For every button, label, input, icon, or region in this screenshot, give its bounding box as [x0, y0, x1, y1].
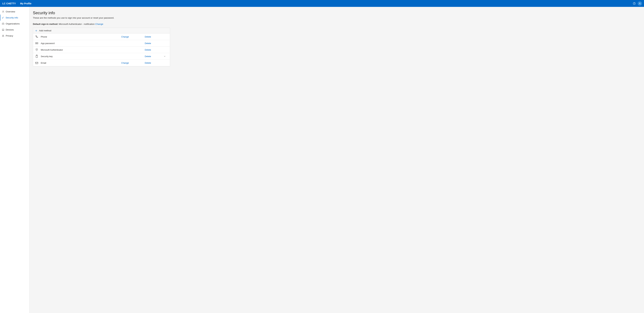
svg-rect-14 [36, 55, 38, 57]
method-name: App password [41, 42, 121, 44]
default-method-label: Default sign-in method: [33, 23, 58, 25]
chevron-down-icon [164, 55, 166, 57]
sidebar-item-label: Devices [6, 28, 14, 31]
password-icon [35, 41, 38, 45]
phone-icon [35, 35, 38, 38]
method-name: Phone [41, 35, 121, 38]
sidebar-item-security[interactable]: Security info [0, 14, 29, 21]
add-method-label: Add method [39, 29, 51, 32]
delete-link[interactable]: Delete [145, 49, 151, 51]
page-subtitle: These are the methods you use to sign in… [33, 16, 641, 19]
method-row-email: Email Change Delete [33, 60, 170, 66]
key-icon [2, 16, 4, 19]
method-name: Email [41, 62, 121, 64]
default-method-value: Microsoft Authenticator - notification [58, 23, 95, 25]
app-name: My Profile [20, 2, 31, 5]
sidebar-item-organizations[interactable]: Organizations [0, 21, 29, 27]
method-name: Security key [41, 55, 121, 58]
page-title: Security info [33, 10, 641, 15]
methods-card: Add method Phone Change Delete App passw… [33, 28, 170, 66]
svg-rect-5 [2, 23, 4, 24]
svg-rect-7 [2, 35, 4, 36]
usb-key-icon [35, 55, 38, 58]
svg-point-12 [36, 49, 37, 50]
delete-link[interactable]: Delete [145, 42, 151, 44]
sidebar-item-devices[interactable]: Devices [0, 27, 29, 33]
sidebar-item-overview[interactable]: Overview [0, 8, 29, 14]
svg-point-3 [3, 11, 4, 11]
svg-point-1 [634, 4, 634, 4]
change-link[interactable]: Change [121, 35, 129, 38]
sidebar: Overview Security info Organizations Dev… [0, 7, 30, 313]
expand-button[interactable] [164, 55, 166, 57]
mail-icon [35, 61, 38, 65]
authenticator-icon [35, 48, 38, 51]
lock-icon [2, 34, 4, 37]
person-icon [639, 2, 641, 5]
delete-link[interactable]: Delete [145, 55, 151, 58]
sidebar-item-label: Privacy [6, 34, 13, 37]
delete-link[interactable]: Delete [145, 62, 151, 64]
method-name: Microsoft Authenticator [41, 49, 121, 51]
app-header: LC CHETTY My Profile [0, 0, 644, 7]
svg-point-9 [36, 43, 36, 43]
method-row-authenticator: Microsoft Authenticator Delete [33, 46, 170, 53]
method-row-app-password: App password Delete [33, 40, 170, 46]
delete-link[interactable]: Delete [145, 35, 151, 38]
briefcase-icon [2, 22, 4, 25]
sidebar-item-label: Organizations [6, 22, 20, 25]
person-icon [2, 10, 4, 13]
svg-rect-13 [36, 55, 37, 56]
sidebar-item-label: Security info [6, 16, 18, 19]
method-row-phone: Phone Change Delete [33, 33, 170, 40]
org-name: LC CHETTY [2, 2, 16, 5]
svg-rect-6 [2, 29, 4, 30]
svg-point-2 [640, 3, 640, 3]
svg-rect-15 [36, 62, 38, 64]
help-icon [633, 2, 636, 5]
default-method: Default sign-in method: Microsoft Authen… [33, 23, 641, 25]
main-content: Security info These are the methods you … [30, 7, 644, 313]
svg-point-11 [37, 43, 38, 43]
avatar-button[interactable] [638, 1, 642, 6]
plus-icon [35, 29, 38, 32]
add-method-button[interactable]: Add method [33, 28, 170, 33]
method-row-security-key: Security key Delete [33, 53, 170, 60]
laptop-icon [2, 28, 4, 31]
help-button[interactable] [632, 1, 637, 6]
change-default-link[interactable]: Change [95, 23, 103, 25]
sidebar-item-privacy[interactable]: Privacy [0, 33, 29, 39]
change-link[interactable]: Change [121, 62, 129, 64]
sidebar-item-label: Overview [6, 10, 15, 13]
svg-point-10 [36, 43, 37, 43]
